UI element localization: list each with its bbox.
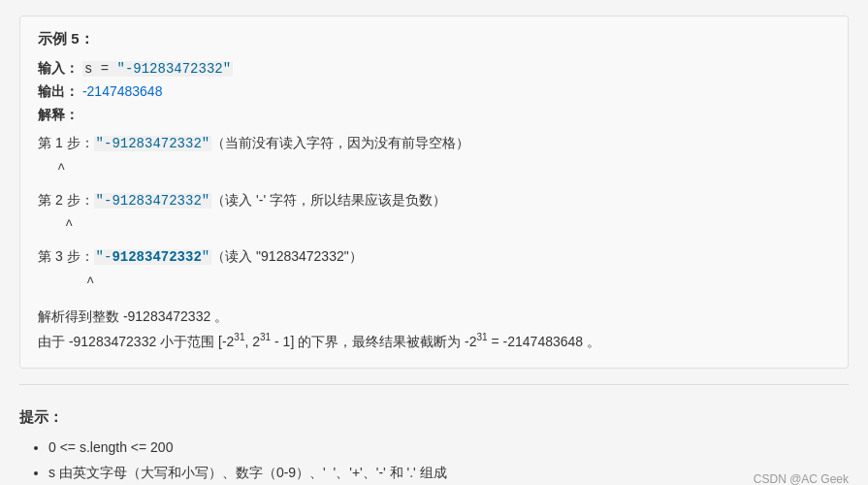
example-title: 示例 5： [38,30,830,48]
step-3-desc: （读入 "91283472332"） [211,248,362,264]
hint-title: 提示： [19,408,849,427]
analysis-line-1: 解析得到整数 -91283472332 。 [38,305,830,329]
analysis-block: 解析得到整数 -91283472332 。 由于 -91283472332 小于… [38,305,830,354]
input-label: 输入： [38,60,79,76]
input-value: s = "-91283472332" [82,61,233,77]
analysis-exp2: 31 [260,332,271,342]
analysis-line-2: 由于 -91283472332 小于范围 [-231, 231 - 1] 的下界… [38,329,830,354]
output-label: 输出： [38,83,79,99]
step-3-block: 第 3 步："-91283472332"（读入 "91283472332"） ^ [38,245,830,295]
example-5-box: 示例 5： 输入： s = "-91283472332" 输出： -214748… [19,16,849,369]
hint-item-1: 0 <= s.length <= 200 [48,435,849,461]
analysis-minus1: - 1] 的下界，最终结果被截断为 -2 [271,334,476,349]
section-divider [19,384,849,385]
step-1-block: 第 1 步："-91283472332"（当前没有读入字符，因为没有前导空格） … [38,132,830,181]
footer-brand: CSDN @AC Geek [754,472,849,485]
output-line: 输出： -2147483648 [38,83,830,101]
explain-label: 解释： [38,107,79,122]
analysis-pre: 由于 -91283472332 小于范围 [ [38,334,222,349]
step-2-caret: ^ [57,214,830,238]
output-value: -2147483648 [82,83,163,99]
hint-item-2-text: s 由英文字母（大写和小写）、数字（0-9）、' '、'+'、'-' 和 '.'… [48,465,447,480]
hint-item-2: s 由英文字母（大写和小写）、数字（0-9）、' '、'+'、'-' 和 '.'… [48,460,849,485]
step-1-string: "-91283472332" [94,136,212,151]
hint-list: 0 <= s.length <= 200 s 由英文字母（大写和小写）、数字（0… [19,435,849,485]
step-2-block: 第 2 步："-91283472332"（读入 '-' 字符，所以结果应该是负数… [38,189,830,239]
input-string: "-91283472332" [117,61,232,77]
analysis-eq: = -2147483648 。 [488,334,600,349]
analysis-comma: , 2 [244,334,260,349]
step-3-text: 第 3 步："-91283472332"（读入 "91283472332"） [38,245,830,270]
step-1-desc: （当前没有读入字符，因为没有前导空格） [211,135,469,150]
step-1-text: 第 1 步："-91283472332"（当前没有读入字符，因为没有前导空格） [38,132,830,156]
step-2-label: 第 2 步： [38,192,94,208]
step-2-string: "-91283472332" [94,193,212,209]
step-3-caret: ^ [57,272,830,295]
step-2-desc: （读入 '-' 字符，所以结果应该是负数） [211,192,446,208]
analysis-exp1: 31 [234,332,244,342]
step-2-text: 第 2 步："-91283472332"（读入 '-' 字符，所以结果应该是负数… [38,189,830,213]
step-1-label: 第 1 步： [38,135,94,150]
hint-section: 提示： 0 <= s.length <= 200 s 由英文字母（大写和小写）、… [19,399,849,485]
explain-label-line: 解释： [38,107,830,124]
input-line: 输入： s = "-91283472332" [38,60,830,78]
step-3-label: 第 3 步： [38,248,94,264]
hint-item-1-text: 0 <= s.length <= 200 [48,439,173,455]
analysis-exp3: 31 [477,332,488,342]
step-1-caret: ^ [57,158,830,181]
step-3-string: "-91283472332" [94,249,212,265]
analysis-neg2: -2 [222,334,234,349]
